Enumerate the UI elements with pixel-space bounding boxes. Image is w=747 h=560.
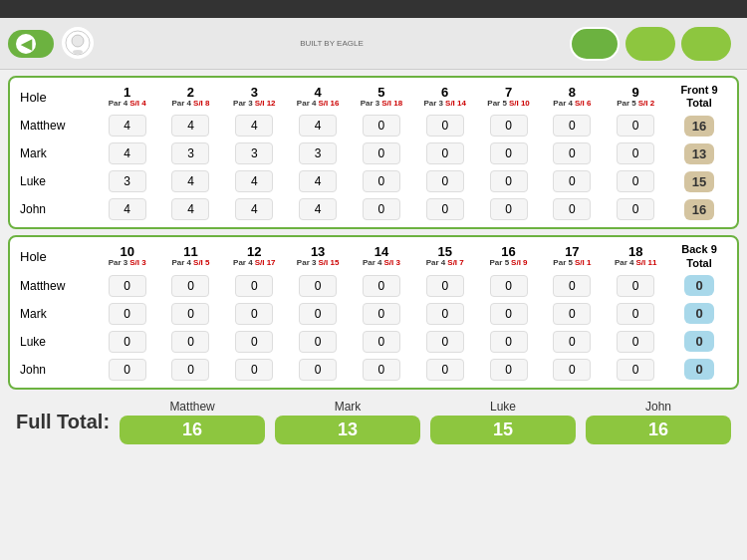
score-cell-matthew-1[interactable]: 0 [96, 272, 159, 300]
score-cell-mark-6[interactable]: 0 [413, 300, 477, 328]
player-name-luke: Luke [16, 328, 96, 356]
hole-3-header: 3 Par 3 S/I 12 [222, 82, 286, 112]
net-button[interactable] [625, 27, 675, 61]
hole-13-header: 13 Par 3 S/I 15 [286, 241, 350, 271]
score-cell-luke-6[interactable]: 0 [413, 328, 477, 356]
hole-label-back9: Hole [16, 241, 96, 271]
score-cell-matthew-5[interactable]: 0 [350, 112, 413, 140]
score-cell-matthew-4[interactable]: 4 [286, 112, 350, 140]
score-cell-mark-7[interactable]: 0 [477, 300, 541, 328]
score-cell-luke-3[interactable]: 0 [222, 328, 286, 356]
score-cell-mark-1[interactable]: 0 [96, 300, 159, 328]
score-cell-luke-2[interactable]: 0 [159, 328, 223, 356]
score-cell-matthew-6[interactable]: 0 [413, 112, 477, 140]
score-cell-mark-8[interactable]: 0 [540, 300, 604, 328]
back-button[interactable]: ◀ [8, 30, 54, 58]
score-cell-john-7[interactable]: 0 [477, 195, 541, 223]
score-cell-luke-3[interactable]: 4 [222, 167, 286, 195]
hole-2-header: 2 Par 4 S/I 8 [159, 82, 223, 112]
score-cell-luke-4[interactable]: 4 [286, 167, 350, 195]
score-cell-luke-1[interactable]: 0 [96, 328, 159, 356]
player-total-name-luke: Luke [490, 400, 516, 414]
score-cell-matthew-3[interactable]: 0 [222, 272, 286, 300]
score-cell-mark-1[interactable]: 4 [96, 140, 159, 167]
gross-button[interactable] [570, 27, 620, 61]
table-row: Luke0000000000 [16, 328, 731, 356]
score-cell-mark-9[interactable]: 0 [604, 300, 667, 328]
stable-button[interactable] [681, 27, 731, 61]
score-cell-matthew-6[interactable]: 0 [413, 272, 477, 300]
score-cell-matthew-2[interactable]: 0 [159, 272, 223, 300]
score-cell-john-3[interactable]: 4 [222, 195, 286, 223]
table-row: John0000000000 [16, 356, 731, 384]
score-cell-mark-2[interactable]: 3 [159, 140, 223, 167]
score-cell-john-5[interactable]: 0 [350, 195, 413, 223]
score-cell-john-8[interactable]: 0 [540, 356, 604, 384]
score-cell-john-3[interactable]: 0 [222, 356, 286, 384]
score-cell-john-6[interactable]: 0 [413, 356, 477, 384]
score-cell-john-4[interactable]: 0 [286, 356, 350, 384]
score-type-buttons [570, 27, 731, 61]
score-cell-luke-8[interactable]: 0 [540, 328, 604, 356]
score-cell-john-5[interactable]: 0 [350, 356, 413, 384]
score-cell-mark-2[interactable]: 0 [159, 300, 223, 328]
score-cell-luke-9[interactable]: 0 [604, 328, 667, 356]
score-cell-mark-3[interactable]: 0 [222, 300, 286, 328]
score-cell-mark-9[interactable]: 0 [604, 140, 667, 167]
score-cell-luke-7[interactable]: 0 [477, 167, 541, 195]
score-cell-luke-7[interactable]: 0 [477, 328, 541, 356]
score-cell-luke-4[interactable]: 0 [286, 328, 350, 356]
score-cell-mark-6[interactable]: 0 [413, 140, 477, 167]
score-cell-mark-3[interactable]: 3 [222, 140, 286, 167]
score-cell-matthew-5[interactable]: 0 [350, 272, 413, 300]
total-cell-john: 16 [667, 195, 731, 223]
score-cell-matthew-2[interactable]: 4 [159, 112, 223, 140]
score-cell-matthew-8[interactable]: 0 [540, 272, 604, 300]
score-cell-john-9[interactable]: 0 [604, 195, 667, 223]
player-total-value-mark: 13 [275, 416, 420, 444]
score-cell-john-8[interactable]: 0 [540, 195, 604, 223]
table-row: Matthew44440000016 [16, 112, 731, 140]
score-cell-matthew-9[interactable]: 0 [604, 112, 667, 140]
score-cell-matthew-4[interactable]: 0 [286, 272, 350, 300]
hole-4-header: 4 Par 4 S/I 16 [286, 82, 350, 112]
score-cell-john-7[interactable]: 0 [477, 356, 541, 384]
score-cell-luke-2[interactable]: 4 [159, 167, 223, 195]
table-row: John44440000016 [16, 195, 731, 223]
score-cell-matthew-9[interactable]: 0 [604, 272, 667, 300]
score-cell-matthew-8[interactable]: 0 [540, 112, 604, 140]
company-tagline: BUILT BY EAGLE [300, 39, 364, 48]
score-cell-mark-5[interactable]: 0 [350, 300, 413, 328]
total-cell-john: 0 [667, 356, 731, 384]
score-cell-luke-5[interactable]: 0 [350, 167, 413, 195]
score-cell-john-1[interactable]: 4 [96, 195, 159, 223]
total-cell-luke: 0 [667, 328, 731, 356]
score-cell-mark-8[interactable]: 0 [540, 140, 604, 167]
score-cell-john-9[interactable]: 0 [604, 356, 667, 384]
score-cell-matthew-1[interactable]: 4 [96, 112, 159, 140]
total-cell-luke: 15 [667, 167, 731, 195]
player-name-mark: Mark [16, 140, 96, 167]
score-cell-john-4[interactable]: 4 [286, 195, 350, 223]
table-row: Matthew0000000000 [16, 272, 731, 300]
score-cell-john-1[interactable]: 0 [96, 356, 159, 384]
score-cell-john-6[interactable]: 0 [413, 195, 477, 223]
score-cell-mark-7[interactable]: 0 [477, 140, 541, 167]
score-cell-luke-8[interactable]: 0 [540, 167, 604, 195]
score-cell-luke-9[interactable]: 0 [604, 167, 667, 195]
hole-label-front9: Hole [16, 82, 96, 112]
score-cell-mark-4[interactable]: 0 [286, 300, 350, 328]
score-cell-mark-4[interactable]: 3 [286, 140, 350, 167]
score-cell-john-2[interactable]: 0 [159, 356, 223, 384]
score-cell-mark-5[interactable]: 0 [350, 140, 413, 167]
score-cell-john-2[interactable]: 4 [159, 195, 223, 223]
score-cell-matthew-7[interactable]: 0 [477, 112, 541, 140]
score-cell-luke-6[interactable]: 0 [413, 167, 477, 195]
hole-6-header: 6 Par 3 S/I 14 [413, 82, 477, 112]
player-name-luke: Luke [16, 167, 96, 195]
score-cell-matthew-3[interactable]: 4 [222, 112, 286, 140]
back9-scorecard: Hole 10 Par 3 S/I 3 11 Par 4 S/I 5 12 Pa… [8, 235, 739, 389]
score-cell-luke-1[interactable]: 3 [96, 167, 159, 195]
score-cell-luke-5[interactable]: 0 [350, 328, 413, 356]
score-cell-matthew-7[interactable]: 0 [477, 272, 541, 300]
